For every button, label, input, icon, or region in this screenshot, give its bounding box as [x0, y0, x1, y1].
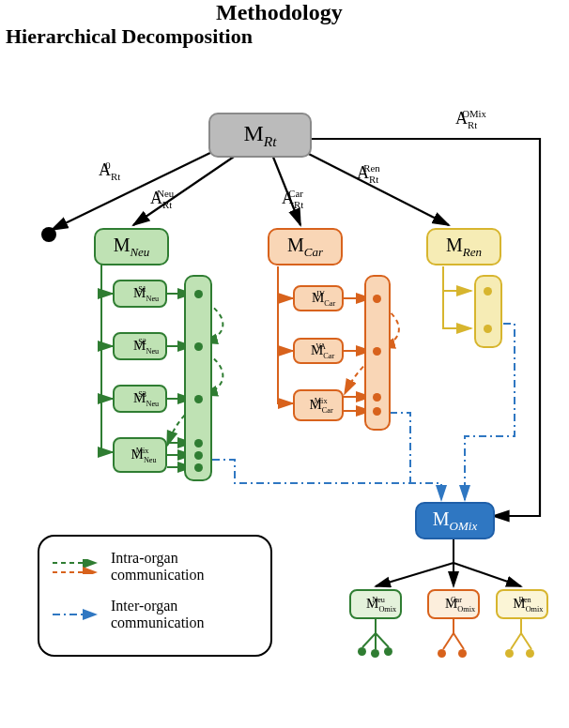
edge-label-aOMix: ARtOMix	[455, 108, 486, 130]
legend-inter: Inter-organcommunication	[53, 598, 257, 632]
legend-inter-text: Inter-organcommunication	[111, 598, 205, 632]
neu-bar	[184, 275, 212, 481]
ren-bar	[474, 275, 502, 348]
terminal-dot	[41, 227, 56, 242]
leaf-omix-neu: MOmixNeu	[349, 589, 402, 619]
omix-leaf-dot	[438, 649, 446, 658]
car-dot	[373, 295, 381, 303]
leaf-omix-car: MOmixCar	[427, 589, 480, 619]
omix-leaf-dot	[505, 649, 514, 658]
edge-label-aCar: ARtCar	[282, 188, 303, 210]
leaf-neu-s1: MNeuS1	[113, 280, 167, 308]
legend: Intra-organcommunication Inter-organcomm…	[38, 535, 272, 657]
neu-dot	[194, 342, 203, 351]
leaf-car-mix: MCarMix	[293, 389, 344, 421]
neu-dot	[194, 451, 203, 460]
edge-label-aNeu: ARtNeu	[150, 188, 174, 210]
leaf-omix-ren: MOmixRen	[496, 589, 548, 619]
node-omix: MOMix	[415, 502, 495, 539]
omix-leaf-dot	[371, 649, 379, 658]
leaf-car-iv: MCarIV	[293, 285, 344, 311]
node-root: MRt	[208, 113, 312, 158]
neu-dot	[194, 463, 203, 472]
edge-label-a0: ARt0	[99, 159, 111, 182]
neu-dot	[194, 439, 203, 447]
neu-dot	[194, 395, 203, 403]
node-ren: MRen	[426, 228, 501, 265]
car-dot	[373, 347, 381, 356]
page-subtitle: Hierarchical Decomposition	[6, 24, 253, 49]
edge-label-aRen: ARtRen	[357, 162, 380, 185]
leaf-neu-s2: MNeuS2	[113, 332, 167, 360]
car-dot	[373, 407, 381, 416]
leaf-neu-mix: MNeuMix	[113, 437, 167, 473]
omix-tray	[338, 625, 554, 666]
neu-dot	[194, 290, 203, 298]
node-car: MCar	[268, 228, 343, 265]
legend-intra: Intra-organcommunication	[53, 550, 257, 584]
ren-dot	[484, 287, 492, 296]
omix-leaf-dot	[458, 649, 467, 658]
page-title: Methodology	[216, 0, 343, 25]
leaf-neu-s3: MNeuS3	[113, 385, 167, 413]
omix-leaf-dot	[526, 649, 534, 658]
node-neu: MNeu	[94, 228, 169, 265]
leaf-car-va: MCarVA	[293, 338, 344, 364]
omix-leaf-dot	[358, 647, 366, 656]
ren-dot	[484, 325, 492, 333]
car-dot	[373, 393, 381, 402]
legend-intra-text: Intra-organcommunication	[111, 550, 205, 584]
omix-leaf-dot	[384, 647, 392, 656]
